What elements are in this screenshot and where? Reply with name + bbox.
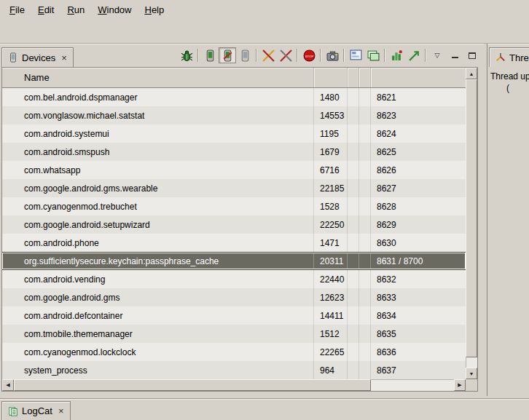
cell-empty <box>359 325 371 343</box>
scroll-down-icon[interactable]: ▼ <box>466 368 477 379</box>
tab-logcat-label: LogCat <box>22 405 52 416</box>
dump-hprof-icon[interactable] <box>219 47 236 63</box>
stop-thread-updates-icon[interactable] <box>277 47 294 63</box>
process-row[interactable]: com.android.phone14718630 <box>2 234 466 252</box>
process-name: com.android.smspush <box>2 143 314 161</box>
debug-process-icon[interactable] <box>178 47 195 63</box>
process-pid: 14553 <box>314 106 348 124</box>
process-name: com.android.vending <box>2 270 314 288</box>
cell-empty <box>348 361 359 379</box>
process-pid: 1480 <box>314 88 348 106</box>
logcat-bar: LogCat × <box>0 399 529 420</box>
tab-logcat[interactable]: LogCat × <box>1 401 71 420</box>
process-name: com.cyanogenmod.lockclock <box>2 343 314 361</box>
method-profiling-icon[interactable] <box>388 47 405 63</box>
main-toolbar-strip <box>0 19 529 44</box>
process-row[interactable]: com.android.systemui11958624 <box>2 124 466 143</box>
scroll-up-icon[interactable]: ▲ <box>466 68 477 79</box>
tab-devices[interactable]: Devices × <box>1 47 74 67</box>
horizontal-scroll-thumb[interactable] <box>14 379 371 391</box>
view-hierarchy-icon[interactable] <box>347 47 364 63</box>
process-name: com.google.android.setupwizard <box>2 215 314 234</box>
cell-empty <box>359 179 371 197</box>
view-menu-icon[interactable]: ▽ <box>428 47 446 63</box>
opengl-trace-icon[interactable] <box>405 47 423 63</box>
update-heap-icon[interactable] <box>201 47 219 63</box>
process-row[interactable]: com.google.android.gms126238633 <box>2 288 466 306</box>
threads-message-line2: ( <box>506 83 509 93</box>
table-header: Name <box>2 68 466 88</box>
cell-empty <box>348 161 359 179</box>
process-name: com.android.defcontainer <box>2 306 314 325</box>
process-port: 8630 <box>371 234 466 252</box>
tab-devices-close-icon[interactable]: × <box>61 53 67 63</box>
maximize-icon[interactable] <box>463 47 481 63</box>
process-row[interactable]: com.android.vending224408632 <box>2 270 466 288</box>
toolbar-separator <box>384 49 385 62</box>
toolbar-separator <box>197 49 199 62</box>
cell-empty <box>359 215 371 234</box>
devices-tabbar: Devices × STOP▽ <box>0 44 484 67</box>
process-row[interactable]: com.cyanogenmod.lockclock222658636 <box>2 343 466 361</box>
cell-empty <box>359 234 371 252</box>
process-port: 8623 <box>371 106 466 124</box>
cell-empty <box>348 270 359 288</box>
cell-empty <box>359 143 371 161</box>
horizontal-scrollbar[interactable]: ◀ ▶ <box>2 379 466 391</box>
threads-content: Thread up ( <box>487 67 529 396</box>
logcat-icon <box>8 406 18 416</box>
cell-empty <box>348 288 359 306</box>
menu-edit[interactable]: Edit <box>31 1 60 18</box>
cell-empty <box>359 306 371 325</box>
threads-tabbar: Threads × <box>487 44 529 67</box>
menu-run[interactable]: Run <box>60 1 91 18</box>
cell-empty <box>359 161 371 179</box>
column-header-pid[interactable] <box>314 68 348 87</box>
threads-message-line1: Thread up <box>490 71 529 82</box>
process-row[interactable]: system_process9648637 <box>2 361 466 379</box>
vertical-scrollbar[interactable]: ▲ ▼ <box>466 68 477 379</box>
process-row[interactable]: com.whatsapp67168626 <box>2 161 466 179</box>
cell-empty <box>348 88 359 106</box>
process-pid: 1512 <box>314 325 348 343</box>
process-pid: 1471 <box>314 234 348 252</box>
scroll-right-icon[interactable]: ▶ <box>454 379 466 391</box>
process-pid: 964 <box>314 361 348 379</box>
menu-window[interactable]: Window <box>91 1 138 18</box>
process-row[interactable]: com.vonglasow.michael.satstat145538623 <box>2 106 466 124</box>
cell-empty <box>348 343 359 361</box>
cell-empty <box>348 124 359 143</box>
process-row[interactable]: com.android.smspush16798625 <box>2 143 466 161</box>
process-row[interactable]: com.google.android.setupwizard222508629 <box>2 215 466 234</box>
device-phone-icon <box>8 52 18 63</box>
update-threads-icon[interactable] <box>259 47 277 63</box>
process-row[interactable]: com.google.android.gms.wearable221858627 <box>2 179 466 197</box>
process-row[interactable]: com.android.defcontainer144118634 <box>2 306 466 325</box>
column-header-name[interactable]: Name <box>2 68 314 87</box>
process-port: 8632 <box>371 270 466 288</box>
process-row[interactable]: com.bel.android.dspmanager14808621 <box>2 88 466 106</box>
menu-file[interactable]: File <box>3 1 31 18</box>
tab-logcat-close-icon[interactable]: × <box>58 406 64 416</box>
process-name: com.tmobile.thememanager <box>2 325 314 343</box>
tab-threads[interactable]: Threads × <box>489 47 529 67</box>
process-pid: 1195 <box>314 124 348 143</box>
menu-bar: FileEditRunWindowHelp <box>0 0 529 19</box>
system-ui-capture-icon[interactable] <box>364 47 382 63</box>
process-name: com.google.android.gms.wearable <box>2 179 314 197</box>
stop-process-icon[interactable]: STOP <box>300 47 318 63</box>
menu-help[interactable]: Help <box>138 1 171 18</box>
cell-empty <box>359 106 371 124</box>
process-pid: 22250 <box>314 215 348 234</box>
column-header-empty[interactable] <box>348 68 359 87</box>
vertical-scroll-thumb[interactable] <box>466 79 477 357</box>
scroll-left-icon[interactable]: ◀ <box>2 379 14 391</box>
process-row[interactable]: org.sufficientlysecure.keychain:passphra… <box>2 252 466 270</box>
process-row[interactable]: com.cyanogenmod.trebuchet15288628 <box>2 197 466 215</box>
cause-gc-icon[interactable] <box>236 47 254 63</box>
minimize-icon[interactable] <box>446 47 463 63</box>
screen-capture-icon[interactable] <box>324 47 341 63</box>
column-header-port[interactable] <box>371 68 466 87</box>
column-header-empty[interactable] <box>359 68 371 87</box>
process-row[interactable]: com.tmobile.thememanager15128635 <box>2 325 466 343</box>
